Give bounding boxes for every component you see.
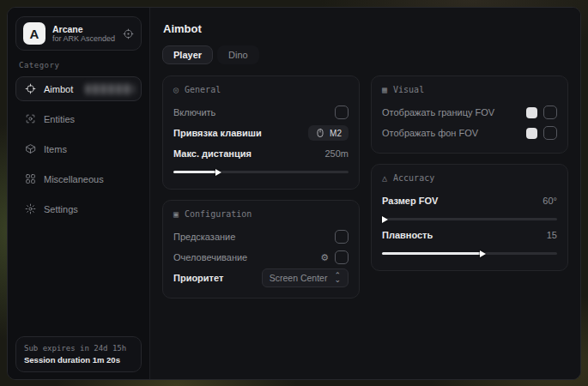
accuracy-card-header: △ Accuracy: [382, 173, 557, 183]
fov-bg-checkbox[interactable]: [543, 126, 557, 140]
fov-bg-color-swatch[interactable]: [526, 128, 537, 139]
keybind-row: Привязка клавиши M2: [173, 124, 349, 142]
keybind-button[interactable]: M2: [308, 125, 349, 141]
subscription-expiry: Sub expires in 24d 15h: [24, 343, 133, 354]
smoothness-slider-fill: [382, 252, 482, 255]
grid-icon: [24, 173, 36, 184]
page-title: Aimbot: [163, 22, 568, 35]
fov-border-row: Отображать границу FOV: [382, 103, 557, 122]
tab-bar: Player Dino: [162, 45, 568, 64]
fov-border-label: Отображать границу FOV: [382, 107, 494, 118]
visual-card-title: Visual: [393, 85, 424, 94]
fov-border-checkbox[interactable]: [543, 106, 557, 119]
fov-bg-label: Отображать фон FOV: [382, 128, 478, 138]
sidebar-item-label: Miscellaneous: [44, 174, 104, 184]
priority-row: Приоритет Screen Center ⌃⌄: [173, 268, 349, 287]
smoothness-slider-handle[interactable]: [480, 250, 486, 257]
main-content: Aimbot Player Dino ◎ General Включить: [150, 8, 580, 379]
keybind-label: Привязка клавиши: [173, 128, 262, 138]
scan-icon: [24, 113, 36, 124]
sidebar: A Arcane for ARK Ascended Category Aimbo…: [8, 8, 150, 379]
app-title: Arcane: [52, 24, 116, 34]
app-titles: Arcane for ARK Ascended: [52, 24, 116, 44]
humanize-settings-icon[interactable]: ⚙: [320, 253, 329, 262]
fov-bg-row: Отображать фон FOV: [382, 124, 557, 142]
priority-label: Приоритет: [173, 273, 223, 283]
blurred-watermark: [86, 84, 134, 94]
sidebar-item-entities[interactable]: Entities: [15, 106, 142, 131]
accuracy-icon: △: [382, 173, 387, 183]
distance-value: 250m: [324, 148, 349, 159]
fov-size-row: Размер FOV 60°: [382, 191, 557, 210]
app-logo: A: [23, 22, 45, 45]
configuration-card-header: ▣ Configuration: [173, 209, 349, 219]
visual-icon: ▦: [382, 85, 387, 94]
sidebar-item-label: Aimbot: [44, 84, 73, 94]
smoothness-value: 15: [547, 230, 557, 240]
priority-value: Screen Center: [270, 273, 328, 283]
distance-slider-fill: [173, 171, 217, 173]
humanize-checkbox[interactable]: [335, 250, 349, 264]
fov-size-value: 60°: [543, 196, 557, 206]
tab-dino[interactable]: Dino: [217, 45, 259, 64]
enable-label: Включить: [173, 107, 215, 118]
session-info: Sub expires in 24d 15h Session duration …: [15, 336, 142, 372]
general-card: ◎ General Включить Привязка клавиши M2: [162, 75, 360, 190]
distance-label: Макс. дистанция: [173, 148, 252, 159]
sidebar-item-miscellaneous[interactable]: Miscellaneous: [15, 166, 142, 191]
priority-dropdown[interactable]: Screen Center ⌃⌄: [262, 268, 349, 287]
prediction-label: Предсказание: [173, 232, 235, 242]
distance-slider-handle[interactable]: [215, 169, 221, 176]
prediction-row: Предсказание: [173, 227, 349, 246]
configuration-icon: ▣: [173, 209, 179, 219]
configuration-card: ▣ Configuration Предсказание Очеловечива…: [162, 200, 360, 299]
humanize-label: Очеловечивание: [173, 252, 247, 262]
sidebar-item-settings[interactable]: Settings: [15, 196, 142, 221]
general-card-header: ◎ General: [173, 85, 349, 94]
sidebar-item-items[interactable]: Items: [15, 136, 142, 161]
visual-card: ▦ Visual Отображать границу FOV Отобража…: [371, 75, 568, 154]
app-subtitle: for ARK Ascended: [52, 34, 116, 44]
visual-card-header: ▦ Visual: [382, 85, 557, 94]
fov-size-slider[interactable]: [382, 218, 557, 220]
general-card-title: General: [185, 85, 221, 94]
app-window: A Arcane for ARK Ascended Category Aimbo…: [7, 7, 581, 380]
crosshair-icon: [24, 83, 36, 94]
target-icon[interactable]: [123, 28, 134, 39]
app-header: A Arcane for ARK Ascended: [15, 16, 142, 51]
fov-border-color-swatch[interactable]: [526, 107, 537, 118]
gear-icon: [24, 203, 36, 214]
sidebar-item-aimbot[interactable]: Aimbot: [15, 76, 142, 101]
prediction-checkbox[interactable]: [335, 230, 349, 244]
session-duration: Session duration 1m 20s: [24, 354, 133, 365]
package-icon: [24, 143, 36, 154]
fov-slider-handle[interactable]: [382, 216, 388, 223]
accuracy-card: △ Accuracy Размер FOV 60° Плавность 15: [371, 164, 568, 271]
distance-slider[interactable]: [173, 171, 349, 173]
smoothness-label: Плавность: [382, 230, 433, 240]
accuracy-card-title: Accuracy: [393, 173, 434, 183]
smoothness-slider[interactable]: [382, 252, 557, 255]
tab-player[interactable]: Player: [162, 45, 213, 64]
enable-checkbox[interactable]: [335, 106, 349, 119]
distance-row: Макс. дистанция 250m: [173, 144, 349, 163]
category-label: Category: [19, 61, 138, 69]
enable-row: Включить: [173, 103, 349, 122]
general-icon: ◎: [173, 85, 179, 94]
smoothness-row: Плавность 15: [382, 226, 557, 244]
chevron-up-down-icon: ⌃⌄: [334, 274, 341, 282]
humanize-row: Очеловечивание ⚙: [173, 248, 349, 267]
sidebar-item-label: Settings: [44, 204, 78, 214]
sidebar-item-label: Items: [44, 144, 67, 154]
configuration-card-title: Configuration: [185, 209, 252, 219]
fov-size-label: Размер FOV: [382, 196, 438, 206]
keybind-value: M2: [330, 129, 342, 138]
sidebar-item-label: Entities: [44, 114, 75, 124]
mouse-icon: [315, 128, 325, 138]
